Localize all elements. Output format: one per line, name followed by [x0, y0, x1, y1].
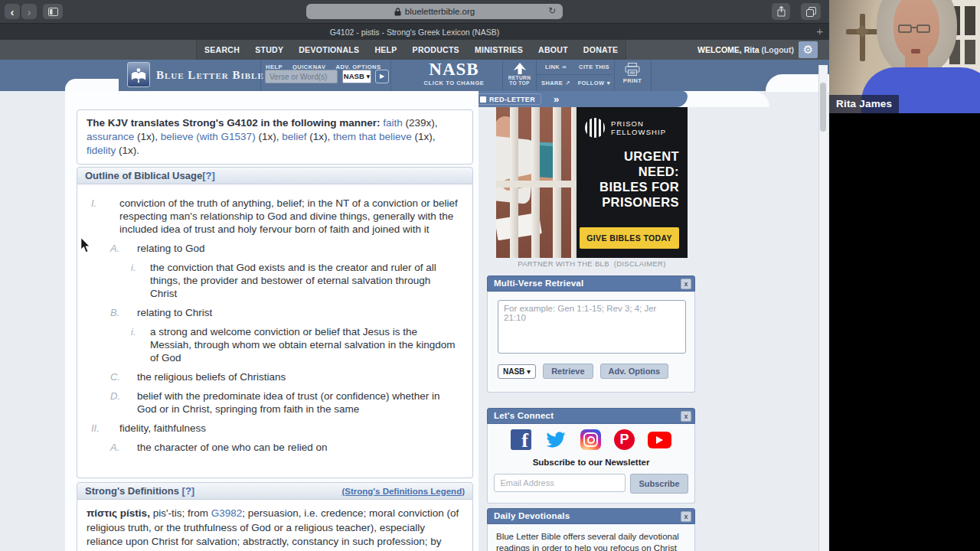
browser-forward-button[interactable]: › — [21, 4, 37, 19]
return-top-line1: RETURN — [503, 75, 536, 80]
devotionals-widget-header: Daily Devotionals x — [487, 508, 695, 524]
usage-link[interactable]: fidelity — [87, 145, 116, 156]
follow-label: FOLLOW — [578, 80, 605, 86]
instagram-icon[interactable] — [580, 429, 601, 450]
usage-link[interactable]: faith — [383, 117, 403, 129]
open-book-lamp-icon — [130, 67, 147, 83]
twitter-icon[interactable] — [544, 430, 567, 449]
give-bibles-button[interactable]: GIVE BIBLES TODAY — [580, 227, 679, 249]
outline-section-body: I.conviction of the truth of anything, b… — [77, 184, 473, 478]
page-corner-left — [65, 79, 119, 92]
browser-chrome-bar: ‹ › blueletterbible.org ↻ — [0, 0, 829, 23]
webcam-video[interactable]: Rita James — [829, 0, 980, 113]
header-divider — [260, 60, 261, 91]
address-bar[interactable]: blueletterbible.org ↻ — [306, 4, 563, 19]
outline-item: A.the character of one who can be relied… — [77, 441, 472, 454]
share-button[interactable]: SHARE↗ — [537, 75, 575, 90]
site-navbar: SEARCH STUDY DEVOTIONALS HELP PRODUCTS M… — [0, 40, 829, 60]
print-button[interactable]: PRINT — [614, 60, 651, 91]
red-letter-toggle[interactable]: RED-LETTER — [474, 93, 541, 105]
current-version[interactable]: NASB CLICK TO CHANGE — [408, 60, 500, 91]
multiverse-buttons: NASB ▾ Retrieve Adv. Options — [498, 364, 684, 379]
welcome-user: WELCOME, Rita (Logout) — [697, 40, 794, 60]
link-label: LINK — [545, 64, 560, 70]
multiverse-input[interactable] — [498, 300, 686, 354]
nav-item-donate[interactable]: DONATE — [576, 40, 626, 60]
multiverse-title: Multi-Verse Retrieval — [494, 279, 583, 288]
nav-item-ministries[interactable]: MINISTRIES — [467, 40, 531, 60]
browser-back-button[interactable]: ‹ — [5, 4, 20, 19]
usage-link[interactable]: assurance — [87, 131, 134, 142]
verse-search-input[interactable] — [265, 70, 338, 83]
version-select[interactable]: NASB ▾ — [342, 70, 371, 83]
outline-title: Outline of Biblical Usage — [85, 170, 202, 181]
pinterest-icon[interactable]: P — [614, 429, 635, 450]
close-icon[interactable]: x — [681, 511, 691, 522]
retrieve-button[interactable]: Retrieve — [543, 364, 593, 379]
checkbox-icon — [480, 96, 486, 103]
search-go-button[interactable]: ▶ — [375, 70, 389, 83]
follow-button[interactable]: FOLLOW♥ — [575, 75, 613, 90]
new-tab-button[interactable]: + — [816, 24, 823, 39]
active-tab[interactable]: G4102 - pistis - Strong's Greek Lexicon … — [0, 24, 829, 41]
browser-tab-bar: G4102 - pistis - Strong's Greek Lexicon … — [0, 23, 829, 40]
outline-item: I.conviction of the truth of anything, b… — [77, 197, 472, 236]
page-scrollbar-track[interactable] — [818, 65, 828, 551]
link-button[interactable]: LINK∞ — [537, 60, 575, 75]
browser-share-button[interactable] — [772, 3, 790, 20]
page-scrollbar-thumb[interactable] — [820, 83, 826, 132]
return-to-top-button[interactable]: RETURN TO TOP — [503, 60, 536, 91]
subscribe-button[interactable]: Subscribe — [630, 474, 688, 494]
greek-lemma: πίστις pístis, — [87, 507, 150, 519]
return-top-line2: TO TOP — [503, 80, 536, 86]
settings-button[interactable]: ⚙ — [799, 41, 818, 58]
refresh-icon[interactable]: ↻ — [548, 5, 556, 16]
definitions-help-link[interactable]: [?] — [182, 485, 195, 497]
connect-widget-body: f P Subscribe to our Newsletter Subscrib… — [487, 424, 695, 504]
cite-this-button[interactable]: CITE THIS — [575, 60, 613, 75]
prison-fellowship-logo-icon — [585, 118, 605, 138]
nav-item-study[interactable]: STUDY — [247, 40, 291, 60]
site-header: Blue Letter Bible HELP QUICKNAV ADV. OPT… — [0, 60, 829, 91]
strongs-ref-link[interactable]: G3982 — [211, 507, 243, 519]
nav-item-help[interactable]: HELP — [367, 40, 404, 60]
brand-name[interactable]: Blue Letter Bible — [156, 60, 264, 91]
close-icon[interactable]: x — [681, 411, 691, 422]
speaker-name-label: Rita James — [829, 95, 899, 113]
toolbar-next-icon[interactable]: » — [554, 93, 559, 105]
outline-item: A.relating to God — [77, 242, 472, 255]
browser-window: ‹ › blueletterbible.org ↻ G4102 - pistis… — [0, 0, 829, 551]
social-icons-row: f P — [488, 429, 694, 450]
browser-sidebar-button[interactable] — [43, 4, 63, 19]
adv-options-button[interactable]: Adv. Options — [600, 364, 669, 379]
connect-widget-header: Let's Connect x — [487, 408, 695, 424]
multiverse-version-select[interactable]: NASB ▾ — [498, 364, 536, 379]
partner-label: PARTNER WITH THE BLB — [518, 259, 609, 268]
speaker-glasses — [898, 24, 935, 34]
browser-tabs-button[interactable] — [801, 3, 821, 20]
definitions-legend-link[interactable]: (Strong's Definitions Legend) — [341, 487, 465, 496]
blb-logo[interactable] — [127, 62, 150, 87]
chain-icon: ∞ — [562, 64, 567, 70]
youtube-icon[interactable] — [648, 432, 671, 448]
usage-link[interactable]: belief — [282, 131, 306, 142]
nav-item-products[interactable]: PRODUCTS — [405, 40, 467, 60]
ad-text-panel: PRISONFELLOWSHIP URGENT NEED: BIBLES FOR… — [577, 107, 688, 258]
nav-item-devotionals[interactable]: DEVOTIONALS — [291, 40, 367, 60]
usage-link[interactable]: believe (with G1537) — [161, 131, 256, 142]
prison-fellowship-ad[interactable]: PRISONFELLOWSHIP URGENT NEED: BIBLES FOR… — [496, 107, 688, 258]
lock-icon — [394, 8, 401, 16]
usage-link[interactable]: them that believe — [333, 131, 412, 142]
outline-help-link[interactable]: [?] — [202, 170, 215, 181]
logout-link[interactable]: (Logout) — [761, 45, 794, 54]
close-icon[interactable]: x — [681, 279, 691, 289]
share-icon — [777, 6, 786, 17]
welcome-text: WELCOME, Rita — [697, 45, 761, 54]
email-input[interactable] — [494, 474, 626, 492]
nav-item-about[interactable]: ABOUT — [531, 40, 576, 60]
facebook-icon[interactable]: f — [511, 429, 531, 450]
site-nav-menu: SEARCH STUDY DEVOTIONALS HELP PRODUCTS M… — [196, 40, 626, 60]
disclaimer-link[interactable]: (DISCLAIMER) — [614, 259, 666, 268]
printer-icon — [625, 63, 640, 76]
nav-item-search[interactable]: SEARCH — [197, 40, 247, 60]
